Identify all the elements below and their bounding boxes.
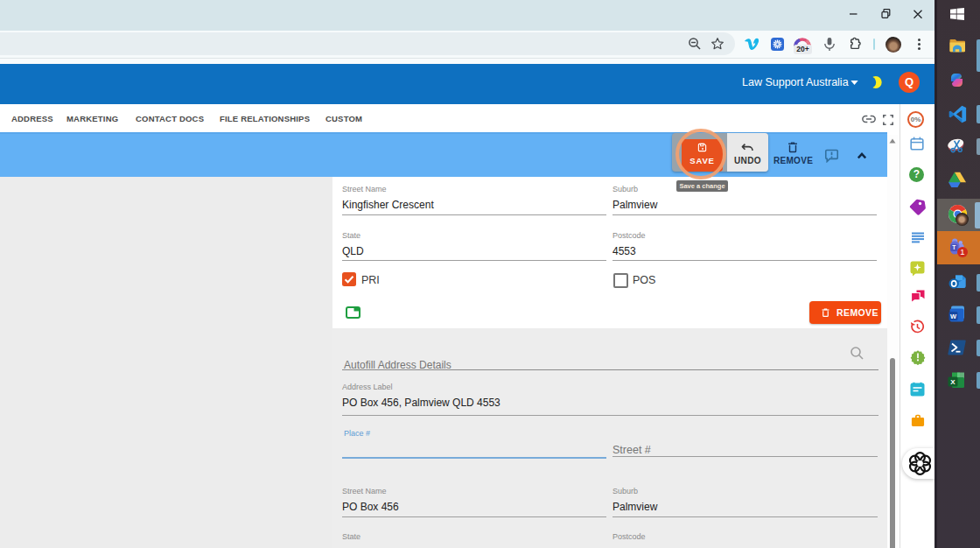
svg-text:X: X bbox=[950, 378, 956, 386]
svg-text:W: W bbox=[950, 313, 957, 320]
